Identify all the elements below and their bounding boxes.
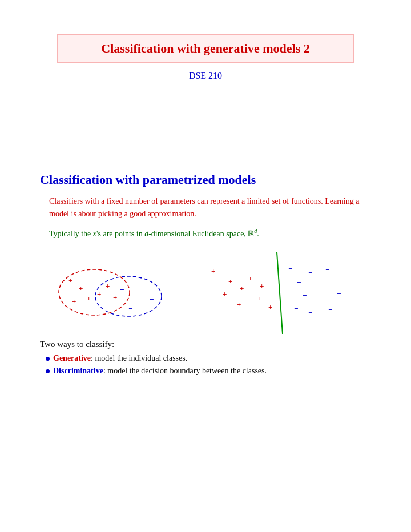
svg-text:+: + <box>257 294 261 303</box>
svg-text:−: − <box>303 291 307 300</box>
superscript-d: d <box>254 228 257 234</box>
svg-text:+: + <box>97 289 101 298</box>
bullet2-rest: : model the decision boundary between th… <box>103 366 267 375</box>
svg-text:−: − <box>308 308 312 317</box>
svg-text:+: + <box>268 303 272 311</box>
page: Classification with generative models 2 … <box>0 0 411 532</box>
svg-text:+: + <box>79 284 83 292</box>
svg-text:−: − <box>323 293 327 301</box>
svg-text:+: + <box>223 289 227 298</box>
diagram-left: + + + + + + + − − − − − <box>40 249 177 329</box>
generative-keyword: Generative <box>53 354 91 362</box>
bullet-dot-2 <box>46 369 50 373</box>
svg-text:−: − <box>325 265 329 274</box>
svg-text:+: + <box>260 281 264 290</box>
svg-text:−: − <box>297 278 301 287</box>
body-text-red: Classifiers with a fixed number of param… <box>49 195 362 220</box>
title-box: Classification with generative models 2 <box>57 34 354 63</box>
svg-text:+: + <box>106 281 110 290</box>
svg-text:−: − <box>328 305 332 314</box>
bullet1-text: Generative: model the individual classes… <box>53 354 187 363</box>
svg-text:−: − <box>337 289 341 298</box>
left-diagram-svg: + + + + + + + − − − − − <box>40 249 177 329</box>
svg-text:+: + <box>211 267 215 275</box>
svg-text:+: + <box>87 294 91 303</box>
svg-text:+: + <box>68 276 72 284</box>
svg-text:+: + <box>228 277 232 285</box>
diagrams-row: + + + + + + + − − − − − + + <box>40 249 371 329</box>
body-text-green: Typically the x's are points in d-dimens… <box>49 227 371 240</box>
svg-text:+: + <box>113 293 117 301</box>
svg-text:−: − <box>288 264 292 273</box>
svg-text:+: + <box>237 300 241 308</box>
svg-text:−: − <box>131 293 135 301</box>
svg-text:+: + <box>248 274 252 283</box>
two-ways-label: Two ways to classify: <box>40 340 371 349</box>
slide-title: Classification with generative models 2 <box>101 41 309 55</box>
bullet1-rest: : model the individual classes. <box>91 354 187 362</box>
svg-text:+: + <box>72 297 76 305</box>
svg-text:−: − <box>308 268 312 277</box>
bullet-dot-1 <box>46 357 50 361</box>
svg-text:−: − <box>150 295 154 304</box>
svg-text:−: − <box>142 284 146 292</box>
svg-line-14 <box>277 252 283 334</box>
course-code: DSE 210 <box>40 71 371 81</box>
bullet-item-generative: Generative: model the individual classes… <box>46 354 371 363</box>
bullet-item-discriminative: Discriminative: model the decision bound… <box>46 366 371 376</box>
bullet-list: Generative: model the individual classes… <box>46 354 371 376</box>
svg-text:+: + <box>240 284 244 292</box>
svg-text:−: − <box>120 285 124 294</box>
section-heading: Classification with parametrized models <box>40 172 371 187</box>
d-variable: d <box>144 229 148 238</box>
bullet2-text: Discriminative: model the decision bound… <box>53 366 267 376</box>
right-diagram-svg: + + + + + + + + + − − − − − − − − − − <box>194 249 348 335</box>
svg-text:−: − <box>128 304 132 313</box>
svg-text:−: − <box>317 280 321 288</box>
discriminative-keyword: Discriminative <box>53 366 103 375</box>
svg-text:−: − <box>294 304 298 313</box>
svg-text:−: − <box>334 277 338 285</box>
x-variable: x <box>93 229 96 238</box>
diagram-right: + + + + + + + + + − − − − − − − − − − <box>194 249 348 329</box>
